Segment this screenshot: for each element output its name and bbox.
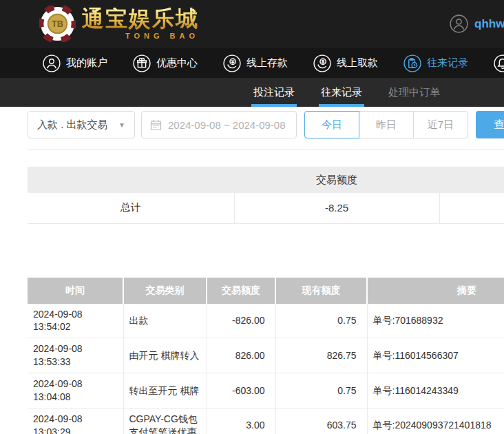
nav-item-label: 往来记录	[427, 56, 468, 70]
nav-item-transactions[interactable]: 往来记录	[403, 54, 468, 72]
brand-title: 通宝娱乐城	[82, 8, 199, 31]
summary-header-empty	[28, 167, 234, 193]
cell-memo: 单号:116014566307	[367, 338, 504, 373]
nav-item-label: 我的账户	[66, 56, 107, 70]
col-header-amount: 交易额度	[207, 278, 275, 304]
summary-empty-cell	[439, 193, 504, 223]
tab-betting-records[interactable]: 投注记录	[251, 78, 297, 107]
bell-icon	[494, 54, 504, 72]
tab-label: 处理中订单	[388, 86, 440, 99]
tab-label: 往来记录	[321, 86, 362, 99]
calendar-icon	[150, 119, 162, 131]
nav-item-deposit[interactable]: 线上存款	[223, 54, 288, 72]
tab-label: 投注记录	[253, 86, 295, 99]
cell-amount: 3.00	[207, 408, 275, 434]
brand-text: 通宝娱乐城 TONG BAO	[82, 8, 199, 40]
nav-item-label: 优惠中心	[156, 56, 198, 70]
cell-amount: 826.00	[207, 338, 275, 373]
summary-total-row: 总计 -8.25	[28, 193, 504, 223]
chevron-down-icon: ▼	[118, 121, 125, 129]
summary-total-value: -8.25	[234, 193, 439, 223]
cell-amount: -603.00	[207, 373, 275, 409]
svg-text:$: $	[322, 59, 324, 63]
cell-memo: 单号:116014243349	[367, 373, 504, 409]
user-account[interactable]: qhhw.	[450, 14, 504, 33]
records-icon	[403, 54, 421, 72]
cell-balance: 0.75	[275, 373, 367, 409]
quick-range-group: 今日 昨日 近7日	[304, 111, 468, 138]
cell-balance: 0.75	[275, 304, 367, 338]
summary-header-row: 交易额度	[28, 167, 504, 193]
transaction-type-select[interactable]: 入款 . 出款交易 ▼	[28, 111, 135, 138]
search-button[interactable]: 查询	[476, 111, 504, 138]
col-header-memo: 摘要	[367, 278, 504, 304]
table-row: 2024-09-08 13:03:29 CGPAY-CG钱包支付笔笔送优惠 3.…	[28, 408, 504, 434]
table-row: 2024-09-08 13:54:02 出款 -826.00 0.75 单号:7…	[28, 304, 504, 338]
cell-balance: 826.75	[275, 338, 367, 373]
brand-subtitle: TONG BAO	[82, 32, 199, 40]
gift-icon	[133, 54, 151, 72]
table-row: 2024-09-08 13:04:08 转出至开元 棋牌 -603.00 0.7…	[28, 373, 504, 409]
cell-time: 2024-09-08 13:53:33	[28, 338, 123, 373]
username: qhhw.	[474, 17, 504, 31]
user-icon	[43, 54, 61, 72]
nav-item-label: 线上取款	[337, 56, 378, 70]
cell-amount: -826.00	[207, 304, 275, 338]
filter-divider	[28, 149, 504, 150]
deposit-icon	[223, 54, 241, 72]
cell-time: 2024-09-08 13:03:29	[28, 408, 123, 434]
quick-today-button[interactable]: 今日	[304, 111, 359, 138]
tab-pending-orders[interactable]: 处理中订单	[386, 78, 442, 107]
date-range-input[interactable]: 2024-09-08 ~ 2024-09-08	[141, 111, 297, 138]
cell-time: 2024-09-08 13:04:08	[28, 373, 123, 409]
table-header-row: 时间 交易类别 交易额度 现有额度 摘要	[28, 278, 504, 304]
col-header-balance: 现有额度	[275, 278, 367, 304]
quick-last7days-button[interactable]: 近7日	[413, 111, 468, 138]
cell-type: 转出至开元 棋牌	[123, 373, 207, 409]
nav-item-messages[interactable]: 信息	[494, 54, 504, 72]
sub-nav: 投注记录 往来记录 处理中订单	[0, 78, 504, 107]
withdraw-icon: $	[313, 54, 331, 72]
nav-item-promotions[interactable]: 优惠中心	[133, 54, 198, 72]
cell-time: 2024-09-08 13:54:02	[28, 304, 123, 338]
cell-memo: 单号:202409093721401818	[367, 408, 504, 434]
summary-table: 交易额度 总计 -8.25	[28, 167, 504, 224]
top-header: TB 通宝娱乐城 TONG BAO qhhw.	[0, 0, 504, 48]
nav-item-my-account[interactable]: 我的账户	[43, 54, 107, 72]
svg-text:TB: TB	[52, 19, 63, 29]
tab-transaction-records[interactable]: 往来记录	[319, 78, 364, 107]
col-header-time: 时间	[28, 278, 123, 304]
cell-type: 由开元 棋牌转入	[123, 338, 207, 373]
filter-bar: 入款 . 出款交易 ▼ 2024-09-08 ~ 2024-09-08 今日 昨…	[0, 107, 504, 150]
nav-item-withdraw[interactable]: $ 线上取款	[313, 54, 378, 72]
col-header-type: 交易类别	[123, 278, 207, 304]
avatar-icon	[450, 14, 468, 33]
cell-type: CGPAY-CG钱包支付笔笔送优惠	[123, 408, 207, 434]
brand-logo[interactable]: TB 通宝娱乐城 TONG BAO	[39, 6, 199, 42]
transaction-type-value: 入款 . 出款交易	[37, 118, 108, 132]
cell-type: 出款	[123, 304, 207, 338]
table-row: 2024-09-08 13:53:33 由开元 棋牌转入 826.00 826.…	[28, 338, 504, 373]
quick-yesterday-button[interactable]: 昨日	[359, 111, 414, 138]
casino-chip-icon: TB	[39, 6, 76, 42]
summary-header-empty	[439, 167, 504, 193]
cell-balance: 603.75	[275, 408, 367, 434]
main-nav: 我的账户 优惠中心 线上存款 $ 线上取款 往来记录 信息	[0, 48, 504, 78]
date-range-value: 2024-09-08 ~ 2024-09-08	[168, 119, 286, 131]
cell-memo: 单号:701688932	[367, 304, 504, 338]
summary-header-amount: 交易额度	[234, 167, 439, 193]
nav-item-label: 线上存款	[246, 56, 288, 70]
summary-total-label: 总计	[28, 193, 234, 223]
transactions-table: 时间 交易类别 交易额度 现有额度 摘要 2024-09-08 13:54:02…	[28, 278, 504, 434]
